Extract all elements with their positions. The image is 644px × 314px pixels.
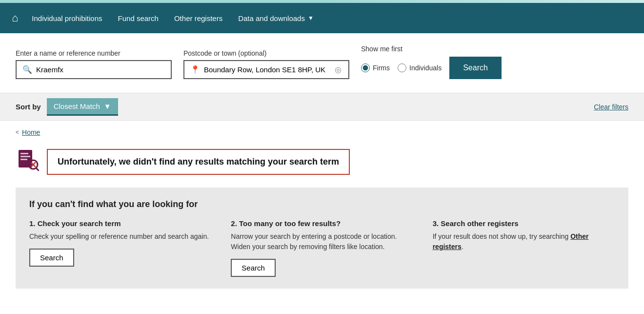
sort-left: Sort by Closest Match ▼ — [16, 98, 118, 116]
help-col-3: 3. Search other registers If your result… — [433, 219, 615, 277]
nav-data-downloads-label: Data and downloads — [238, 14, 305, 22]
radio-individuals-input[interactable] — [398, 63, 406, 72]
help-col-3-title: 3. Search other registers — [433, 219, 615, 228]
nav-links: Individual prohibitions Fund search Othe… — [32, 14, 314, 22]
name-field-group: Enter a name or reference number 🔍 — [16, 49, 172, 79]
sort-dropdown[interactable]: Closest Match ▼ — [47, 98, 118, 116]
help-col-2-title: 2. Too many or too few results? — [231, 219, 413, 228]
clear-filters-link[interactable]: Clear filters — [594, 103, 628, 111]
help-box: If you can't find what you are looking f… — [16, 188, 628, 289]
postcode-label: Postcode or town (optional) — [183, 49, 349, 57]
nav-other-registers[interactable]: Other registers — [174, 14, 222, 22]
svg-rect-1 — [20, 153, 28, 154]
sort-value: Closest Match — [54, 102, 100, 110]
no-results-icon — [16, 148, 39, 176]
help-search-button-1[interactable]: Search — [29, 249, 74, 267]
nav-fund-search[interactable]: Fund search — [118, 14, 159, 22]
help-col-3-body: If your result does not show up, try sea… — [433, 231, 615, 252]
help-col-1-title: 1. Check your search term — [29, 219, 211, 228]
svg-rect-3 — [20, 159, 27, 160]
help-search-button-2[interactable]: Search — [231, 259, 276, 277]
help-columns: 1. Check your search term Check your spe… — [29, 219, 615, 277]
radio-firms-label: Firms — [373, 64, 390, 72]
postcode-input[interactable] — [204, 65, 331, 74]
nav-data-downloads-dropdown[interactable]: Data and downloads ▼ — [238, 14, 314, 22]
help-col-1: 1. Check your search term Check your spe… — [29, 219, 211, 277]
search-button[interactable]: Search — [449, 57, 502, 79]
breadcrumb-home-link[interactable]: Home — [22, 128, 40, 136]
radio-firms[interactable]: Firms — [361, 63, 390, 72]
svg-line-5 — [36, 168, 39, 170]
breadcrumb-chevron-icon: < — [16, 129, 19, 136]
no-results-row: Unfortunately, we didn't find any result… — [16, 148, 628, 176]
help-box-heading: If you can't find what you are looking f… — [29, 199, 615, 209]
help-col-2: 2. Too many or too few results? Narrow y… — [231, 219, 413, 277]
radio-firms-input[interactable] — [361, 63, 370, 72]
help-col-2-body: Narrow your search by entering a postcod… — [231, 231, 413, 252]
help-col-1-body: Check your spelling or reference number … — [29, 231, 211, 242]
name-label: Enter a name or reference number — [16, 49, 172, 57]
breadcrumb: < Home — [16, 128, 628, 136]
search-icon: 🔍 — [22, 65, 32, 74]
radio-group: Firms Individuals Search — [361, 57, 502, 79]
nav-individual-prohibitions[interactable]: Individual prohibitions — [32, 14, 102, 22]
radio-individuals-label: Individuals — [409, 64, 442, 72]
location-icon: 📍 — [190, 65, 200, 74]
sort-by-label: Sort by — [16, 103, 41, 111]
sort-chevron-icon: ▼ — [104, 102, 111, 110]
breadcrumb-area: < Home — [0, 121, 644, 140]
svg-rect-2 — [20, 156, 30, 157]
postcode-field-group: Postcode or town (optional) 📍 ◎ — [183, 49, 349, 79]
search-area: Enter a name or reference number 🔍 Postc… — [0, 33, 644, 93]
name-input[interactable] — [36, 65, 165, 74]
postcode-input-wrapper: 📍 ◎ — [183, 60, 349, 79]
name-input-wrapper: 🔍 — [16, 60, 172, 79]
show-me-first-group: Show me first Firms Individuals Search — [361, 45, 502, 79]
nav-bar: ⌂ Individual prohibitions Fund search Ot… — [0, 3, 644, 33]
radio-individuals[interactable]: Individuals — [398, 63, 442, 72]
home-icon[interactable]: ⌂ — [12, 12, 18, 24]
search-row: Enter a name or reference number 🔍 Postc… — [16, 45, 628, 79]
show-me-first-label: Show me first — [361, 45, 502, 53]
no-results-message: Unfortunately, we didn't find any result… — [47, 149, 350, 175]
sort-bar: Sort by Closest Match ▼ Clear filters — [0, 93, 644, 121]
results-area: Unfortunately, we didn't find any result… — [0, 140, 644, 296]
nav-dropdown-chevron-icon: ▼ — [308, 15, 314, 21]
gps-icon[interactable]: ◎ — [335, 65, 342, 74]
